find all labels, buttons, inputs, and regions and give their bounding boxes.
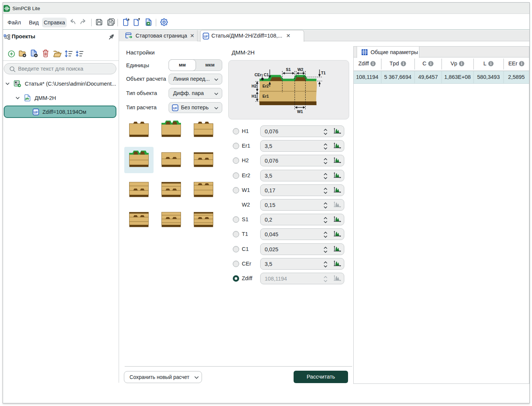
svg-text:W1: W1 bbox=[297, 109, 303, 114]
svg-text:S1: S1 bbox=[286, 67, 291, 72]
svg-text:UF: UF bbox=[34, 110, 38, 114]
svg-text:C1: C1 bbox=[264, 72, 269, 77]
svg-text:T1: T1 bbox=[321, 71, 326, 75]
svg-text:UF: UF bbox=[173, 106, 177, 110]
svg-text:W2: W2 bbox=[297, 67, 303, 72]
svg-text:Er2: Er2 bbox=[262, 84, 269, 88]
svg-text:UF: UF bbox=[204, 35, 208, 38]
svg-text:CEr: CEr bbox=[255, 72, 262, 77]
svg-text:Er1: Er1 bbox=[262, 94, 269, 98]
svg-text:H1: H1 bbox=[252, 94, 257, 98]
svg-text:H2: H2 bbox=[252, 84, 257, 88]
